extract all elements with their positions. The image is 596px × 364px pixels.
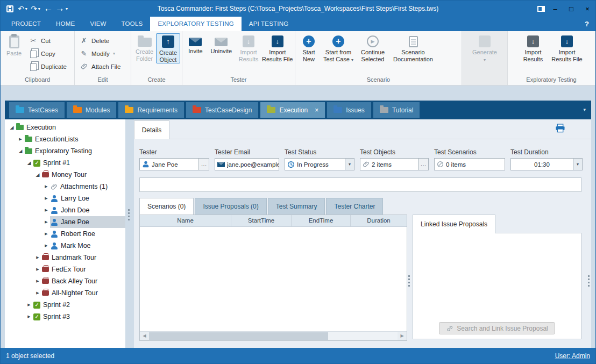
- tab-list-dropdown[interactable]: ▾: [583, 107, 586, 112]
- expand-open-icon[interactable]: ◢: [8, 125, 16, 130]
- column-header-starttime[interactable]: StartTime: [231, 215, 292, 226]
- chevron-down-icon[interactable]: ▾: [66, 6, 68, 11]
- user-admin-link[interactable]: User: Admin: [555, 352, 590, 360]
- tree-item-landmark-tour[interactable]: ▶Landmark Tour: [5, 252, 125, 263]
- tree-item-back-alley-tour[interactable]: ▶Back Alley Tour: [5, 275, 125, 287]
- tree-splitter-handle[interactable]: [128, 209, 130, 222]
- scrollbar-thumb[interactable]: [149, 332, 328, 340]
- tab-api-testing[interactable]: API TESTING: [242, 17, 296, 31]
- generate-button[interactable]: Generate ▾: [467, 33, 502, 62]
- chevron-down-icon[interactable]: ▾: [38, 6, 40, 11]
- close-tab-icon[interactable]: ×: [315, 106, 318, 114]
- test-objects-browse-button[interactable]: …: [418, 159, 428, 170]
- tree-item-sprint-2[interactable]: ▶✓Sprint #2: [5, 299, 125, 311]
- create-folder-button[interactable]: Create Folder: [133, 33, 156, 62]
- tab-exploratory-testing[interactable]: EXPLORATORY TESTING: [150, 17, 241, 31]
- start-from-test-case-button[interactable]: + Start from Test Case ▾: [321, 33, 356, 62]
- horizontal-scrollbar[interactable]: ◀ ▶: [140, 331, 407, 340]
- tab-linked-issue-proposals[interactable]: Linked Issue Proposals: [413, 215, 495, 233]
- delete-button[interactable]: ✗Delete: [76, 35, 124, 46]
- print-button[interactable]: [555, 124, 565, 135]
- tab-project[interactable]: PROJECT: [4, 17, 48, 31]
- subtab-issue-proposals[interactable]: Issue Proposals (0): [195, 198, 266, 215]
- test-duration-field[interactable]: 01:30 ▾: [510, 158, 583, 170]
- tree-item-money-tour[interactable]: ◢Money Tour: [5, 169, 125, 181]
- charter-notes-field[interactable]: [139, 177, 581, 192]
- expand-collapsed-icon[interactable]: ▶: [34, 255, 41, 260]
- chevron-down-icon[interactable]: ▾: [351, 58, 353, 62]
- column-header-name[interactable]: Name: [140, 215, 231, 226]
- tree-item-robert-roe[interactable]: ▶Robert Roe: [5, 228, 125, 240]
- subtab-scenarios[interactable]: Scenarios (0): [139, 198, 194, 215]
- workspace-tab-execution[interactable]: Execution×: [260, 102, 325, 118]
- expand-collapsed-icon[interactable]: ▶: [34, 267, 41, 272]
- column-header-endtime[interactable]: EndTime: [292, 215, 351, 226]
- subtab-test-summary[interactable]: Test Summary: [268, 198, 325, 215]
- tree-item-attachments[interactable]: ▶Attachments (1): [5, 181, 125, 192]
- scenario-documentation-button[interactable]: Scenario Documentation: [389, 33, 437, 62]
- copy-button[interactable]: Copy: [26, 48, 70, 59]
- workspace-tab-tutorial[interactable]: Tutorial: [373, 102, 420, 118]
- chevron-down-icon[interactable]: ▾: [113, 51, 115, 56]
- tree-item-jane-poe[interactable]: ▶Jane Poe: [5, 216, 125, 228]
- subtab-tester-charter[interactable]: Tester Charter: [326, 198, 383, 215]
- expand-collapsed-icon[interactable]: ▶: [42, 208, 50, 212]
- tester-import-results-button[interactable]: ↓ Import Results: [236, 33, 262, 62]
- modify-button[interactable]: ✎Modify▾: [76, 48, 124, 59]
- expand-collapsed-icon[interactable]: ▶: [42, 244, 50, 248]
- tab-tools[interactable]: TOOLS: [114, 17, 151, 31]
- layout-panels-button[interactable]: [535, 2, 547, 16]
- search-and-link-issue-proposal-button[interactable]: Search and Link Issue Proposal: [439, 322, 555, 334]
- tree-item-sprint-3[interactable]: ▶✓Sprint #3: [5, 311, 125, 323]
- tab-view[interactable]: VIEW: [82, 17, 113, 31]
- expand-collapsed-icon[interactable]: ▶: [42, 232, 50, 236]
- test-scenarios-field[interactable]: 0 items: [434, 158, 505, 170]
- chevron-down-icon[interactable]: ▾: [484, 58, 486, 62]
- tree-item-fedex-tour[interactable]: ▶FedEx Tour: [5, 263, 125, 275]
- exploratory-import-results-file-button[interactable]: ↓ Import Results File: [550, 33, 584, 62]
- expand-collapsed-icon[interactable]: ▶: [25, 315, 33, 319]
- tab-home[interactable]: HOME: [48, 17, 82, 31]
- tree-item-mark-moe[interactable]: ▶Mark Moe: [5, 240, 125, 252]
- workspace-tab-issues[interactable]: Issues: [327, 102, 371, 118]
- tree-item-sprint-1[interactable]: ◢✓Sprint #1: [5, 157, 125, 169]
- duplicate-button[interactable]: Duplicate: [26, 61, 70, 72]
- uninvite-button[interactable]: Uninvite: [207, 33, 236, 55]
- chevron-down-icon[interactable]: ▾: [25, 6, 27, 11]
- tree-item-executionlists[interactable]: ▶ExecutionLists: [5, 133, 125, 145]
- expand-open-icon[interactable]: ◢: [34, 172, 41, 177]
- tree-item-john-doe[interactable]: ▶John Doe: [5, 204, 125, 216]
- tester-browse-button[interactable]: …: [198, 159, 209, 170]
- undo-button[interactable]: ↶▾: [17, 2, 29, 16]
- create-object-button[interactable]: ↑ Create Object: [156, 33, 180, 63]
- exploratory-import-results-button[interactable]: ↓ Import Results: [519, 33, 547, 62]
- right-splitter-handle[interactable]: [588, 275, 590, 288]
- expand-collapsed-icon[interactable]: ▶: [34, 279, 41, 283]
- tree-item-all-nighter-tour[interactable]: ▶All-Nighter Tour: [5, 287, 125, 299]
- close-button[interactable]: ×: [579, 5, 595, 13]
- invite-button[interactable]: Invite: [184, 33, 207, 55]
- test-status-dropdown-button[interactable]: ▾: [345, 159, 354, 170]
- expand-collapsed-icon[interactable]: ▶: [42, 220, 50, 224]
- navigate-back-button[interactable]: ←: [42, 2, 54, 16]
- minimize-button[interactable]: –: [547, 5, 563, 13]
- expand-collapsed-icon[interactable]: ▶: [42, 184, 50, 189]
- tester-field[interactable]: Jane Poe …: [139, 158, 209, 170]
- tree-item-execution[interactable]: ◢Execution: [5, 122, 125, 133]
- tester-import-results-file-button[interactable]: ↓ Import Results File: [261, 33, 293, 62]
- test-duration-dropdown-button[interactable]: ▾: [573, 159, 582, 170]
- workspace-tab-testcasedesign[interactable]: TestCaseDesign: [186, 102, 258, 118]
- expand-collapsed-icon[interactable]: ▶: [34, 291, 41, 295]
- attach-file-button[interactable]: Attach File: [76, 61, 124, 72]
- maximize-button[interactable]: □: [563, 5, 579, 13]
- paste-button[interactable]: Paste: [2, 33, 26, 57]
- start-new-button[interactable]: + Start New: [297, 33, 321, 62]
- workspace-tab-testcases[interactable]: TestCases: [9, 102, 65, 118]
- navigate-forward-button[interactable]: →▾: [55, 2, 68, 16]
- scrollbar-track[interactable]: [149, 332, 398, 340]
- column-header-duration[interactable]: Duration: [351, 215, 407, 226]
- tester-email-field[interactable]: jane.poe@example.c: [215, 158, 279, 170]
- expand-collapsed-icon[interactable]: ▶: [17, 137, 24, 141]
- expand-open-icon[interactable]: ◢: [17, 148, 24, 154]
- tab-details[interactable]: Details: [134, 120, 169, 139]
